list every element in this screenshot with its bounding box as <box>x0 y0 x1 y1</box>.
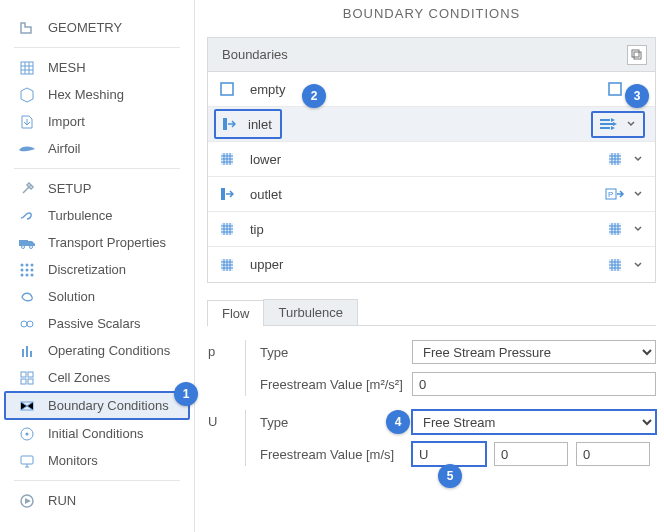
solution-icon <box>18 288 36 306</box>
boundary-conditions-icon <box>18 397 36 415</box>
u-vx-input[interactable] <box>412 442 486 466</box>
boundary-row-upper[interactable]: upper <box>208 247 655 282</box>
boundary-row-inlet[interactable]: inlet 2 3 <box>208 107 655 142</box>
boundary-row-tip[interactable]: tip <box>208 212 655 247</box>
pressure-outlet-type-icon[interactable]: P <box>605 186 625 203</box>
svg-point-3 <box>22 245 25 248</box>
sidebar-item-setup[interactable]: SETUP <box>0 175 194 202</box>
variable-u-label: U <box>208 414 236 429</box>
callout-5: 5 <box>438 464 462 488</box>
discretization-icon <box>18 261 36 279</box>
svg-rect-0 <box>21 62 33 74</box>
svg-point-10 <box>31 268 34 271</box>
p-type-label: Type <box>260 345 412 360</box>
sidebar-item-turbulence[interactable]: Turbulence <box>0 202 194 229</box>
wall-type-icon[interactable] <box>605 221 625 238</box>
u-vz-input[interactable] <box>576 442 650 466</box>
sidebar-item-initial-conditions[interactable]: Initial Conditions <box>0 420 194 447</box>
sidebar-item-airfoil[interactable]: Airfoil <box>0 135 194 162</box>
svg-point-6 <box>26 263 29 266</box>
sidebar-item-geometry[interactable]: GEOMETRY <box>0 14 194 41</box>
boundary-row-empty[interactable]: empty <box>208 72 655 107</box>
sidebar-label: GEOMETRY <box>48 20 122 35</box>
sidebar-label: Cell Zones <box>48 370 110 385</box>
sidebar-label: Initial Conditions <box>48 426 143 441</box>
sidebar-item-discretization[interactable]: Discretization <box>0 256 194 283</box>
chevron-down-icon[interactable] <box>624 117 638 131</box>
sidebar-item-hex-meshing[interactable]: Hex Meshing <box>0 81 194 108</box>
chevron-down-icon[interactable] <box>631 222 645 236</box>
import-icon <box>18 113 36 131</box>
sidebar: GEOMETRY MESH Hex Meshing Import Airfoil… <box>0 0 195 532</box>
sidebar-label: Monitors <box>48 453 98 468</box>
boundary-name: outlet <box>250 187 605 202</box>
svg-rect-26 <box>634 52 641 59</box>
sidebar-label: Solution <box>48 289 95 304</box>
operating-conditions-icon <box>18 342 36 360</box>
sidebar-item-boundary-conditions[interactable]: Boundary Conditions <box>4 391 190 420</box>
sidebar-item-passive-scalars[interactable]: Passive Scalars <box>0 310 194 337</box>
wall-type-icon[interactable] <box>605 256 625 273</box>
main-panel: BOUNDARY CONDITIONS Boundaries empty inl… <box>195 0 664 532</box>
p-freestream-label: Freestream Value [m²/s²] <box>260 377 412 392</box>
u-type-select[interactable]: Free Stream <box>412 410 656 434</box>
svg-rect-18 <box>21 379 26 384</box>
setup-icon <box>18 180 36 198</box>
u-vy-input[interactable] <box>494 442 568 466</box>
initial-conditions-icon <box>18 425 36 443</box>
chevron-down-icon[interactable] <box>631 258 645 272</box>
sidebar-label: Airfoil <box>48 141 81 156</box>
svg-marker-25 <box>25 498 31 504</box>
svg-point-13 <box>31 273 34 276</box>
sidebar-item-mesh[interactable]: MESH <box>0 54 194 81</box>
boundary-name: tip <box>250 222 605 237</box>
boundaries-header: Boundaries <box>208 38 655 72</box>
run-icon <box>18 492 36 510</box>
sidebar-label: RUN <box>48 493 76 508</box>
empty-plane-icon <box>218 80 236 98</box>
sidebar-label: MESH <box>48 60 86 75</box>
mesh-icon <box>18 59 36 77</box>
variable-p-label: p <box>208 344 236 359</box>
boundaries-title: Boundaries <box>222 47 288 62</box>
sidebar-item-import[interactable]: Import <box>0 108 194 135</box>
cell-zones-icon <box>18 369 36 387</box>
chevron-down-icon[interactable] <box>631 187 645 201</box>
tab-flow[interactable]: Flow <box>207 300 264 326</box>
hex-meshing-icon <box>18 86 36 104</box>
svg-rect-33 <box>221 188 225 200</box>
sidebar-item-run[interactable]: RUN <box>0 487 194 514</box>
chevron-down-icon[interactable] <box>631 152 645 166</box>
geometry-icon <box>18 19 36 37</box>
boundary-row-lower[interactable]: lower <box>208 142 655 177</box>
freestream-type-icon[interactable] <box>598 116 618 133</box>
svg-rect-17 <box>28 372 33 377</box>
sidebar-item-transport-properties[interactable]: Transport Properties <box>0 229 194 256</box>
sidebar-label: Discretization <box>48 262 126 277</box>
copy-button[interactable] <box>627 45 647 65</box>
sidebar-item-cell-zones[interactable]: Cell Zones <box>0 364 194 391</box>
svg-point-4 <box>30 245 33 248</box>
sidebar-item-monitors[interactable]: Monitors <box>0 447 194 474</box>
outlet-icon <box>218 185 236 203</box>
callout-1: 1 <box>174 382 198 406</box>
svg-point-14 <box>21 321 27 327</box>
p-type-select[interactable]: Free Stream Pressure <box>412 340 656 364</box>
sidebar-label: Passive Scalars <box>48 316 140 331</box>
p-freestream-input[interactable] <box>412 372 656 396</box>
wall-type-icon[interactable] <box>605 151 625 168</box>
sidebar-item-operating-conditions[interactable]: Operating Conditions <box>0 337 194 364</box>
callout-4: 4 <box>386 410 410 434</box>
u-group: U Type Free Stream 4 Freestream Value [m… <box>245 410 656 466</box>
svg-rect-19 <box>28 379 33 384</box>
svg-point-11 <box>21 273 24 276</box>
sidebar-label: Operating Conditions <box>48 343 170 358</box>
sidebar-label: SETUP <box>48 181 91 196</box>
svg-point-5 <box>21 263 24 266</box>
turbulence-icon <box>18 207 36 225</box>
svg-point-22 <box>26 432 29 435</box>
boundary-row-outlet[interactable]: outlet P <box>208 177 655 212</box>
empty-type-icon[interactable] <box>605 81 625 98</box>
sidebar-item-solution[interactable]: Solution <box>0 283 194 310</box>
tab-turbulence[interactable]: Turbulence <box>263 299 358 325</box>
